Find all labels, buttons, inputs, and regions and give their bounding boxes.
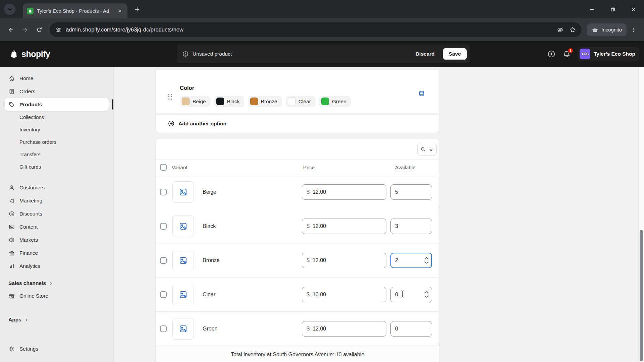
- window-close-button[interactable]: [623, 0, 644, 18]
- store-menu[interactable]: TES Tyler's Eco Shop: [578, 47, 639, 61]
- color-value-chip[interactable]: Clear: [286, 96, 315, 107]
- price-input[interactable]: $ 12.00: [302, 219, 386, 234]
- finance-bank-icon: [8, 250, 15, 256]
- scrollbar-thumb[interactable]: [640, 230, 643, 361]
- column-available: Available: [390, 165, 439, 170]
- sidebar-item-settings[interactable]: Settings: [5, 342, 109, 355]
- sidebar-item-discounts[interactable]: Discounts: [5, 207, 109, 220]
- window-restore-button[interactable]: [602, 0, 623, 18]
- stepper-down-icon[interactable]: [425, 295, 429, 298]
- row-checkbox[interactable]: [160, 189, 167, 195]
- stepper-up-icon[interactable]: [425, 291, 429, 294]
- screen: Tyler's Eco Shop · Products · Ad admin.s…: [0, 0, 644, 362]
- sidebar-item-online-store[interactable]: Online Store: [5, 289, 109, 302]
- sidebar-item-purchase-orders[interactable]: Purchase orders: [5, 136, 109, 148]
- color-value-chip[interactable]: Green: [319, 96, 351, 107]
- sidebar-item-finance[interactable]: Finance: [5, 246, 109, 259]
- color-value-chip[interactable]: Beige: [180, 96, 210, 107]
- back-button[interactable]: [4, 23, 18, 37]
- variant-image-tile[interactable]: [172, 216, 194, 237]
- sidebar-item-transfers[interactable]: Transfers: [5, 148, 109, 161]
- url-bar[interactable]: admin.shopify.com/store/jy63jq-dc/produc…: [50, 22, 582, 37]
- sidebar-item-content[interactable]: Content: [5, 220, 109, 233]
- variant-image-tile[interactable]: [172, 250, 194, 271]
- price-input[interactable]: $ 12.00: [302, 253, 386, 268]
- omnibox-actions: [557, 26, 576, 33]
- option-stack-icon[interactable]: [418, 90, 425, 107]
- available-input[interactable]: 0: [390, 287, 432, 302]
- active-nav-indicator: [112, 99, 113, 110]
- save-button[interactable]: Save: [443, 48, 467, 60]
- sidebar-item-analytics[interactable]: Analytics: [5, 259, 109, 273]
- chevron-down-icon: [7, 7, 12, 12]
- sidebar-item-customers[interactable]: Customers: [5, 181, 109, 194]
- price-input[interactable]: $ 12.00: [302, 184, 386, 200]
- tab-close-icon[interactable]: [116, 7, 123, 15]
- price-input[interactable]: $ 12.00: [302, 321, 386, 337]
- search-and-filter-button[interactable]: [417, 143, 437, 156]
- available-input[interactable]: 0: [390, 321, 432, 337]
- incognito-icon: [592, 26, 598, 33]
- select-all-checkbox[interactable]: [160, 164, 167, 171]
- sidebar-item-gift-cards[interactable]: Gift cards: [5, 161, 109, 173]
- sidebar-section-apps[interactable]: Apps: [5, 314, 109, 326]
- variant-image-tile[interactable]: [172, 181, 194, 203]
- analytics-icon: [8, 263, 15, 269]
- available-input[interactable]: 5: [390, 184, 432, 200]
- color-value-chip[interactable]: Black: [214, 96, 244, 107]
- chevron-right-icon: [24, 318, 29, 322]
- available-input[interactable]: 3: [390, 219, 432, 234]
- sidebar-item-home[interactable]: Home: [5, 72, 109, 85]
- variant-row-bronze: Bronze $ 12.00 2: [156, 243, 439, 278]
- sidebar-item-products[interactable]: Products: [5, 98, 109, 111]
- color-value-chip[interactable]: Bronze: [248, 96, 282, 107]
- sidebar-item-orders[interactable]: Orders: [5, 85, 109, 98]
- variant-name: Black: [203, 223, 216, 229]
- password-eye-off-icon[interactable]: [557, 26, 564, 33]
- variant-image-tile[interactable]: [172, 318, 194, 340]
- notifications-button[interactable]: 1: [562, 50, 571, 58]
- row-checkbox[interactable]: [160, 257, 167, 264]
- bookmark-star-icon[interactable]: [569, 26, 576, 33]
- color-swatch: [182, 98, 190, 105]
- tab-title: Tyler's Eco Shop · Products · Ad: [37, 8, 113, 14]
- add-another-option[interactable]: Add another option: [156, 114, 439, 133]
- browser-toolbar: admin.shopify.com/store/jy63jq-dc/produc…: [0, 18, 644, 41]
- reload-button[interactable]: [32, 23, 46, 37]
- row-checkbox[interactable]: [160, 291, 167, 298]
- site-info-icon[interactable]: [55, 26, 62, 33]
- row-checkbox[interactable]: [160, 223, 167, 230]
- drag-handle[interactable]: [168, 93, 172, 100]
- browser-menu-button[interactable]: [627, 23, 640, 37]
- sidebar-item-inventory[interactable]: Inventory: [5, 123, 109, 136]
- browser-tab[interactable]: Tyler's Eco Shop · Products · Ad: [23, 3, 127, 18]
- discard-button[interactable]: Discard: [411, 48, 439, 60]
- forward-button[interactable]: [18, 23, 32, 37]
- home-icon: [8, 75, 15, 82]
- variants-table-header: Variant Price Available: [156, 160, 439, 175]
- window-minimize-button[interactable]: [582, 0, 602, 18]
- row-checkbox[interactable]: [160, 325, 167, 332]
- number-stepper[interactable]: [425, 291, 429, 298]
- alert-circle-icon: [182, 51, 189, 57]
- shopify-logo[interactable]: shopify: [9, 41, 50, 67]
- sidebar-section-sales-channels[interactable]: Sales channels: [5, 277, 109, 289]
- new-tab-button[interactable]: [132, 4, 142, 14]
- stepper-up-icon[interactable]: [424, 257, 429, 259]
- number-stepper[interactable]: [424, 257, 429, 264]
- stepper-down-icon[interactable]: [424, 261, 429, 264]
- markets-globe-icon: [8, 237, 15, 243]
- sidebar-item-markets[interactable]: Markets: [5, 233, 109, 246]
- chevron-right-icon: [49, 281, 53, 286]
- variants-card: Variant Price Available Beige: [156, 139, 439, 362]
- price-input[interactable]: $ 10.00: [302, 287, 386, 302]
- sidekick-button[interactable]: [547, 50, 556, 58]
- color-swatch: [288, 98, 296, 105]
- sidebar-item-marketing[interactable]: Marketing: [5, 194, 109, 207]
- sidebar-item-collections[interactable]: Collections: [5, 111, 109, 123]
- page-scrollbar[interactable]: [638, 67, 644, 362]
- sidekick-icon: [547, 50, 556, 58]
- variant-image-tile[interactable]: [172, 284, 194, 305]
- tab-search-button[interactable]: [4, 4, 15, 15]
- available-input-focused[interactable]: 2: [390, 253, 432, 268]
